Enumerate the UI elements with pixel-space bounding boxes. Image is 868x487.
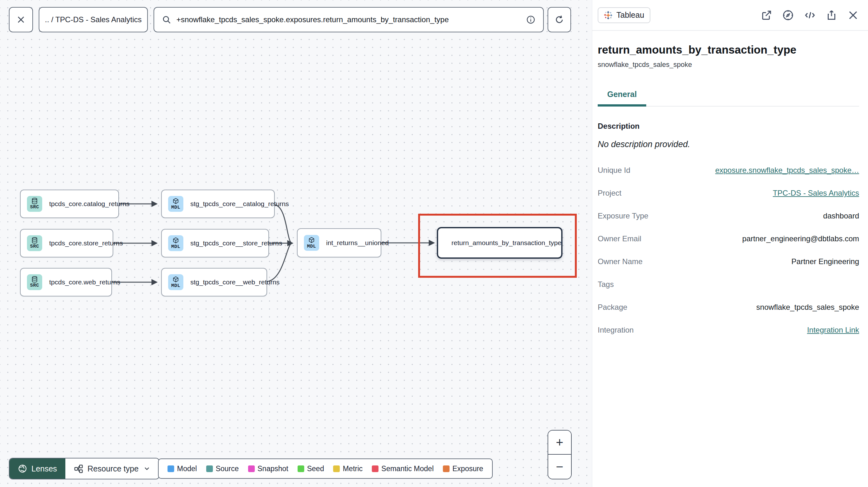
refresh-button[interactable] bbox=[548, 7, 571, 32]
row-unique-id: Unique Id exposure.snowflake_tpcds_sales… bbox=[598, 159, 859, 182]
panel-tabs: General bbox=[598, 90, 859, 106]
legend-item-metric: Metric bbox=[333, 464, 363, 473]
details-panel-body: return_amounts_by_transaction_type snowf… bbox=[592, 43, 868, 342]
snapshot-color-swatch bbox=[248, 465, 255, 472]
legend-item-snapshot: Snapshot bbox=[248, 464, 288, 473]
close-icon bbox=[16, 15, 26, 24]
search-icon bbox=[162, 15, 171, 24]
tableau-tool-badge[interactable]: Tableau bbox=[598, 7, 650, 23]
graph-node-int-returns-unioned[interactable]: MDL int_returns__unioned bbox=[297, 228, 381, 257]
seed-color-swatch bbox=[298, 465, 304, 472]
details-panel: Tableau return_amounts_by_transaction_ty… bbox=[592, 0, 868, 487]
cube-icon bbox=[172, 197, 179, 204]
graph-node-source-web-returns[interactable]: SRC tpcds_core.web_returns bbox=[20, 268, 112, 296]
tab-general[interactable]: General bbox=[598, 90, 646, 106]
zoom-in-button[interactable]: + bbox=[548, 430, 571, 455]
tableau-logo-icon bbox=[604, 11, 613, 20]
row-exposure-type: Exposure Type dashboard bbox=[598, 204, 859, 227]
explore-compass-icon[interactable] bbox=[782, 9, 794, 21]
details-panel-header: Tableau bbox=[592, 0, 868, 31]
share-icon[interactable] bbox=[826, 9, 837, 21]
cube-icon bbox=[308, 236, 315, 244]
model-resource-icon: MDL bbox=[304, 235, 319, 251]
row-tags: Tags bbox=[598, 273, 859, 296]
model-color-swatch bbox=[167, 465, 174, 472]
open-external-icon[interactable] bbox=[761, 9, 772, 21]
lenses-button[interactable]: Lenses bbox=[9, 458, 65, 479]
source-resource-icon: SRC bbox=[27, 235, 42, 251]
database-icon bbox=[31, 198, 38, 204]
graph-node-source-catalog-returns[interactable]: SRC tpcds_core.catalog_returns bbox=[20, 190, 119, 218]
resource-type-legend: Model Source Snapshot Seed Metric Semant… bbox=[158, 458, 493, 479]
legend-item-model: Model bbox=[167, 464, 197, 473]
resource-title: return_amounts_by_transaction_type bbox=[598, 43, 859, 56]
graph-node-stg-store-returns[interactable]: MDL stg_tpcds_core__store_returns bbox=[161, 229, 269, 257]
zoom-out-button[interactable]: − bbox=[548, 455, 571, 479]
source-resource-icon: SRC bbox=[27, 196, 42, 212]
graph-node-source-store-returns[interactable]: SRC tpcds_core.store_returns bbox=[20, 229, 113, 257]
database-icon bbox=[31, 237, 38, 244]
details-rows: Unique Id exposure.snowflake_tpcds_sales… bbox=[598, 159, 859, 342]
description-empty-text: No description provided. bbox=[598, 139, 859, 149]
model-resource-icon: MDL bbox=[168, 235, 183, 251]
database-icon bbox=[31, 276, 38, 283]
search-input[interactable]: +snowflake_tpcds_sales_spoke.exposures.r… bbox=[176, 15, 521, 24]
integration-link[interactable]: Integration Link bbox=[807, 326, 859, 334]
zoom-controls: + − bbox=[548, 430, 572, 479]
graph-node-stg-catalog-returns[interactable]: MDL stg_tpcds_core__catalog_returns bbox=[161, 190, 275, 218]
breadcrumb[interactable]: .. / TPC-DS - Sales Analytics bbox=[39, 7, 148, 32]
resource-type-dropdown[interactable]: Resource type bbox=[65, 458, 159, 479]
close-panel-icon[interactable] bbox=[847, 9, 859, 21]
legend-item-exposure: Exposure bbox=[443, 464, 483, 473]
canvas-controls-group: Lenses Resource type bbox=[9, 458, 160, 479]
unique-id-link[interactable]: exposure.snowflake_tpcds_sales_spoke… bbox=[715, 166, 859, 175]
resource-type-icon bbox=[73, 464, 83, 474]
info-icon[interactable] bbox=[526, 15, 535, 24]
exposure-color-swatch bbox=[443, 465, 450, 472]
model-resource-icon: MDL bbox=[168, 196, 183, 212]
close-lineage-button[interactable] bbox=[9, 7, 33, 32]
description-heading: Description bbox=[598, 122, 859, 131]
code-icon[interactable] bbox=[804, 9, 816, 21]
model-resource-icon: MDL bbox=[168, 274, 183, 290]
legend-item-seed: Seed bbox=[298, 464, 324, 473]
chevron-down-icon bbox=[143, 465, 151, 473]
lineage-canvas[interactable]: .. / TPC-DS - Sales Analytics +snowflake… bbox=[0, 0, 592, 487]
source-color-swatch bbox=[206, 465, 213, 472]
legend-item-source: Source bbox=[206, 464, 239, 473]
row-owner-email: Owner Email partner_engineering@dbtlabs.… bbox=[598, 227, 859, 250]
row-package: Package snowflake_tpcds_sales_spoke bbox=[598, 296, 859, 319]
row-integration: Integration Integration Link bbox=[598, 319, 859, 342]
graph-node-stg-web-returns[interactable]: MDL stg_tpcds_core__web_returns bbox=[161, 268, 267, 296]
row-owner-name: Owner Name Partner Engineering bbox=[598, 250, 859, 273]
row-project: Project TPC-DS - Sales Analytics bbox=[598, 182, 859, 204]
cube-icon bbox=[172, 276, 179, 283]
search-bar[interactable]: +snowflake_tpcds_sales_spoke.exposures.r… bbox=[154, 7, 544, 32]
project-link[interactable]: TPC-DS - Sales Analytics bbox=[773, 189, 859, 197]
refresh-icon bbox=[554, 14, 564, 25]
resource-package-subtitle: snowflake_tpcds_sales_spoke bbox=[598, 61, 859, 69]
legend-item-semantic-model: Semantic Model bbox=[372, 464, 434, 473]
source-resource-icon: SRC bbox=[27, 274, 42, 290]
metric-color-swatch bbox=[333, 465, 340, 472]
graph-node-exposure-selected[interactable]: return_amounts_by_transaction_type bbox=[437, 227, 562, 259]
semantic-model-color-swatch bbox=[372, 465, 378, 472]
panel-action-icons bbox=[761, 9, 859, 21]
cube-icon bbox=[172, 237, 179, 244]
lens-aperture-icon bbox=[18, 464, 27, 474]
